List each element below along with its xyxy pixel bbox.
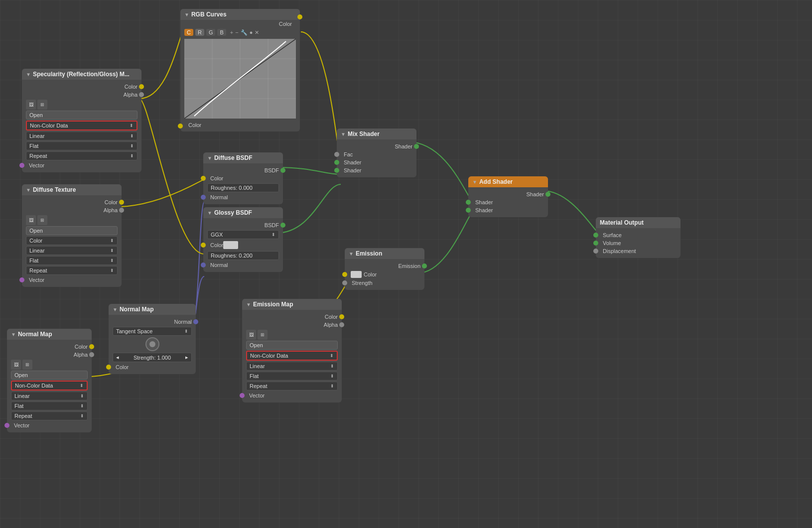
color-out-label: Color	[125, 84, 137, 90]
nmt-vector-in: Vector	[11, 421, 88, 429]
image-icon1[interactable]: 🖼	[26, 100, 36, 110]
emission-map-node: ▼ Emission Map Color Alpha 🖼 ⊞ Open Non-…	[242, 299, 342, 402]
collapse-arrow[interactable]: ▼	[184, 12, 189, 17]
em-img-icon2[interactable]: ⊞	[258, 330, 268, 340]
mix-shader-header: ▼ Mix Shader	[337, 129, 416, 139]
vector-label: Vector	[29, 162, 44, 168]
as-shader-out: Shader	[472, 190, 544, 198]
remove-point-icon[interactable]: −	[235, 29, 238, 35]
normal-map-texture-node: ▼ Normal Map Color Alpha 🖼 ⊞ Open Non-Co…	[7, 329, 92, 432]
mo-surface-in: Surface	[600, 231, 677, 239]
gb-roughness[interactable]: Roughnes: 0.200	[207, 251, 279, 260]
gb-distribution[interactable]: GGX ⬍	[207, 230, 279, 239]
gb-normal-in: Normal	[207, 261, 279, 269]
curves-c-btn[interactable]: C	[184, 29, 193, 36]
em-strength-in: Strength	[349, 279, 420, 287]
em-interp[interactable]: Linear ⬍	[246, 362, 338, 371]
material-output-title: Material Output	[600, 219, 644, 226]
gb-bsdf-out: BSDF	[207, 221, 279, 229]
alpha-out-socket	[139, 92, 144, 97]
color-output-row: Color	[26, 83, 137, 91]
interpolation-field[interactable]: Linear ⬍	[26, 132, 137, 140]
ms-shader1-in: Shader	[341, 158, 412, 166]
dt-open-button[interactable]: Open	[26, 226, 118, 235]
normal-map-texture-header: ▼ Normal Map	[7, 329, 92, 340]
db-color-in: Color	[207, 174, 279, 182]
normal-map-node: ▼ Normal Map Normal Tangent Space ⬍ ◂ St…	[109, 304, 196, 374]
dt-interp[interactable]: Linear ⬍	[26, 246, 118, 255]
nmt-img-icon1[interactable]: 🖼	[11, 360, 21, 370]
nmt-icon-row: 🖼 ⊞	[11, 360, 88, 370]
color-space-field[interactable]: Non-Color Data ⬍	[26, 121, 137, 131]
normal-map-node-title: Normal Map	[120, 306, 154, 313]
nmt-img-icon2[interactable]: ⊞	[22, 360, 32, 370]
as-shader2-in: Shader	[472, 206, 544, 214]
emission-map-title: Emission Map	[253, 301, 293, 308]
nmt-interp[interactable]: Linear ⬍	[11, 392, 88, 400]
diffuse-texture-header: ▼ Diffuse Texture	[22, 184, 122, 195]
image-icon2[interactable]: ⊞	[37, 100, 47, 110]
nmt-proj[interactable]: Flat ⬍	[11, 401, 88, 410]
mix-shader-title: Mix Shader	[348, 131, 380, 137]
diffuse-bsdf-title: Diffuse BSDF	[214, 154, 253, 161]
emission-header: ▼ Emission	[345, 248, 424, 259]
extension-field[interactable]: Repeat ⬍	[26, 151, 137, 160]
nm-strength[interactable]: ◂ Strength: 1.000 ▸	[113, 353, 192, 362]
em-ext[interactable]: Repeat ⬍	[246, 382, 338, 391]
mo-displacement-in: Displacement	[600, 247, 677, 255]
em-alpha-out: Alpha	[246, 321, 338, 329]
diffuse-bsdf-header: ▼ Diffuse BSDF	[203, 152, 283, 163]
color-output-socket	[297, 14, 302, 19]
dt-ext[interactable]: Repeat ⬍	[26, 266, 118, 275]
nmt-ext[interactable]: Repeat ⬍	[11, 411, 88, 420]
uv-icon	[145, 337, 159, 351]
dt-img-icon1[interactable]: 🖼	[26, 215, 36, 225]
glossy-bsdf-node: ▼ Glossy BSDF BSDF GGX ⬍ Color Roughnes:…	[203, 207, 283, 272]
nmt-alpha-out: Alpha	[11, 351, 88, 359]
em-img-icon1[interactable]: 🖼	[246, 330, 256, 340]
nmt-open-button[interactable]: Open	[11, 371, 88, 380]
em-color-swatch[interactable]	[351, 271, 362, 278]
add-shader-title: Add Shader	[479, 178, 513, 185]
dt-icon-row: 🖼 ⊞	[26, 215, 118, 225]
normal-map-node-header: ▼ Normal Map	[109, 304, 196, 315]
nm-color-in: Color	[113, 363, 192, 371]
db-normal-in: Normal	[207, 193, 279, 201]
curves-g-btn[interactable]: G	[206, 29, 216, 36]
db-roughness[interactable]: Roughnes: 0.000	[207, 183, 279, 192]
gb-color-in: Color	[207, 240, 279, 250]
diffuse-bsdf-node: ▼ Diffuse BSDF BSDF Color Roughnes: 0.00…	[203, 152, 283, 204]
close-icon[interactable]: ✕	[255, 29, 259, 36]
add-shader-node: ▼ Add Shader Shader Shader Shader	[468, 176, 548, 217]
em-open-button[interactable]: Open	[246, 341, 338, 350]
specularity-header: ▼ Specularity (Reflection/Gloss) M...	[22, 69, 141, 80]
dt-colorspace[interactable]: Color ⬍	[26, 236, 118, 245]
tool-icon[interactable]: 🔧	[241, 29, 248, 36]
dt-color-output: Color	[26, 198, 118, 206]
gb-color-swatch[interactable]	[223, 241, 238, 249]
rgb-curves-title: RGB Curves	[191, 11, 227, 18]
curves-r-btn[interactable]: R	[195, 29, 204, 36]
color-input-socket	[178, 124, 183, 129]
rgb-curves-node: ▼ RGB Curves Color C R G B + − 🔧 ● ✕	[180, 9, 300, 132]
dt-proj[interactable]: Flat ⬍	[26, 256, 118, 265]
curves-canvas[interactable]	[184, 39, 296, 119]
nmt-colorspace[interactable]: Non-Color Data ⬍	[11, 381, 88, 391]
dt-img-icon2[interactable]: ⊞	[37, 215, 47, 225]
glossy-bsdf-title: Glossy BSDF	[214, 209, 252, 216]
vector-input-row: Vector	[26, 161, 137, 169]
curves-b-btn[interactable]: B	[217, 29, 226, 36]
color-output-label: Color	[180, 20, 300, 28]
material-output-header: Material Output	[596, 217, 680, 228]
color-input-label: Color	[184, 122, 201, 128]
add-point-icon[interactable]: +	[230, 29, 233, 35]
projection-field[interactable]: Flat ⬍	[26, 141, 137, 150]
em-colorspace[interactable]: Non-Color Data ⬍	[246, 351, 338, 361]
point-icon[interactable]: ●	[250, 29, 253, 35]
em-proj[interactable]: Flat ⬍	[246, 372, 338, 381]
diffuse-texture-node: ▼ Diffuse Texture Color Alpha 🖼 ⊞ Open C…	[22, 184, 122, 287]
alpha-out-label: Alpha	[124, 92, 137, 98]
nm-space[interactable]: Tangent Space ⬍	[113, 327, 192, 336]
open-button[interactable]: Open	[26, 111, 137, 120]
dt-alpha-output: Alpha	[26, 206, 118, 214]
